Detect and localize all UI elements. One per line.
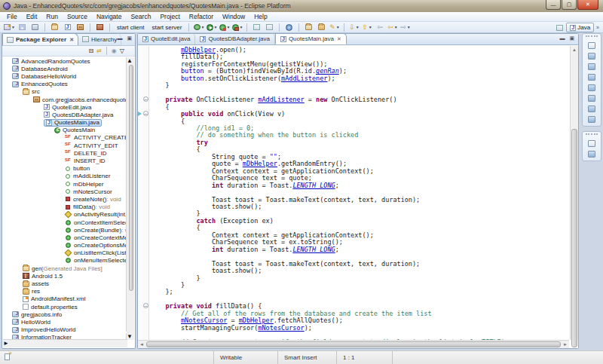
dropdown-arrow-icon[interactable]: ▼ <box>369 25 372 29</box>
dropdown-arrow-icon[interactable]: ▼ <box>336 25 340 29</box>
focus-icon[interactable]: ◉ <box>112 47 117 54</box>
java-editor[interactable]: ––– mDbHelper.open(); fillData(); regist… <box>138 46 578 348</box>
tree-item-oncreateoptionsmenu-me[interactable]: onCreateOptionsMenu(Me <box>3 242 127 249</box>
scroll-up-arrow[interactable]: ▲ <box>571 46 578 54</box>
tree-item-quoteedit-java[interactable]: QuoteEdit.java <box>3 103 127 111</box>
dropdown-arrow-icon[interactable]: ▼ <box>201 25 205 29</box>
tree-item-res[interactable]: res <box>3 288 127 295</box>
tree-item-src[interactable]: src <box>3 88 127 96</box>
palette-view-icon[interactable] <box>586 104 597 113</box>
tree-item-gen[interactable]: gen [Generated Java Files] <box>3 265 127 272</box>
dropdown-arrow-icon[interactable]: ▼ <box>240 25 243 29</box>
tree-horizontal-scrollbar[interactable]: ◄ ► <box>3 340 127 347</box>
perspective-overflow-chevron[interactable]: » <box>596 25 599 30</box>
table-view-icon[interactable] <box>586 83 597 92</box>
open-folder-button[interactable] <box>49 23 60 32</box>
menu-refactor[interactable]: Refactor <box>185 12 218 21</box>
console-view-icon[interactable] <box>586 93 597 102</box>
previous-annotation-button[interactable]: ⇧▼ <box>361 23 372 32</box>
tree-item-default-properties[interactable]: default.properties <box>3 303 127 310</box>
tree-item-oncreate-bundle[interactable]: onCreate(Bundle) : void <box>3 226 127 234</box>
run-history-button[interactable]: ▼ <box>219 23 230 32</box>
editor-tab-quoteedit-java[interactable]: QuoteEdit.java <box>138 33 195 44</box>
tree-item-delete-id[interactable]: DELETE_ID <box>3 149 127 157</box>
close-tab-icon[interactable]: ✕ <box>69 37 74 43</box>
editor-tab-quotesdbadapter-java[interactable]: QuotesDBAdapter.java <box>195 33 274 44</box>
tree-item-android-1-5[interactable]: Android 1.5 <box>3 272 127 280</box>
fold-collapse-icon[interactable]: – <box>143 96 148 102</box>
tree-item-quotesmain-java[interactable]: QuotesMain.java <box>3 119 127 127</box>
menu-search[interactable]: Search <box>126 12 155 21</box>
tree-item-maddlistener[interactable]: mAddListener <box>3 173 127 180</box>
dropdown-arrow-icon[interactable]: ▼ <box>356 25 360 29</box>
dropdown-arrow-icon[interactable]: ▼ <box>214 25 218 29</box>
scroll-thumb[interactable] <box>571 129 577 347</box>
tree-item-activity-create[interactable]: ACTIVITY_CREATE <box>3 134 127 142</box>
tree-item-gregjacobs-info[interactable]: gregjacobs.info <box>3 310 127 318</box>
scroll-right-arrow[interactable]: ► <box>562 341 569 348</box>
view-tab-package-explorer[interactable]: Package Explorer✕ <box>2 33 78 45</box>
web-browser-view-icon[interactable] <box>586 62 597 71</box>
fold-collapse-icon[interactable]: – <box>143 303 148 308</box>
editor-minmax-buttons[interactable]: ▬ ▣ <box>559 35 576 41</box>
restore-view-icon[interactable] <box>586 41 597 50</box>
external-tools-button[interactable]: ▼ <box>231 23 243 32</box>
new-content-trim-icon[interactable] <box>5 353 10 362</box>
next-annotation-button[interactable]: ⇩▼ <box>348 23 360 32</box>
back-button[interactable]: ⇦▼ <box>387 23 398 32</box>
scroll-thumb[interactable] <box>129 65 133 291</box>
problems-view-icon[interactable] <box>586 149 597 158</box>
image-view-icon[interactable] <box>586 115 597 124</box>
tree-item-button[interactable]: button <box>3 165 127 173</box>
tree-item-com-gregjacobs-enhancedquotes[interactable]: com.gregjacobs.enhancedquotes <box>3 96 127 103</box>
code-text[interactable]: mDbHelper.open(); fillData(); registerFo… <box>150 46 565 340</box>
dropdown-arrow-icon[interactable]: ▼ <box>394 25 398 29</box>
fold-collapse-icon[interactable]: – <box>143 111 148 116</box>
menu-file[interactable]: File <box>2 12 22 21</box>
scroll-right-arrow[interactable]: ► <box>3 339 127 347</box>
save-button[interactable] <box>17 23 28 32</box>
editor-tab-quotesmain-java[interactable]: QuotesMain.java✕ <box>275 33 347 44</box>
java-package-button[interactable] <box>75 23 86 32</box>
launch-button[interactable]: ✎▼ <box>329 23 340 32</box>
view-menu-icon[interactable]: ▽ <box>120 47 124 54</box>
editor-vertical-scrollbar[interactable]: ▲ <box>570 46 578 340</box>
new-java-project-button[interactable] <box>251 23 262 32</box>
task-list-view-icon[interactable] <box>586 51 597 60</box>
close-tab-icon[interactable]: ✕ <box>337 36 341 42</box>
tree-item-activity-edit[interactable]: ACTIVITY_EDIT <box>3 142 127 149</box>
tree-item-oncreatecontextmenu-con[interactable]: onCreateContextMenu(Con <box>3 234 127 241</box>
menu-run[interactable]: Run <box>41 12 63 21</box>
start-server-button-button[interactable]: start server <box>148 23 185 32</box>
java-applet-button[interactable] <box>62 23 73 32</box>
start-client-button-button[interactable]: start client <box>114 23 147 32</box>
tree-item-advancedrandomquotes[interactable]: AdvancedRandomQuotes <box>3 57 127 65</box>
tree-item-mdbhelper[interactable]: mDbHelper <box>3 180 127 188</box>
link-with-editor-icon[interactable]: ⇄ <box>96 47 102 54</box>
tree-item-improvedhelloworld[interactable]: ImprovedHelloWorld <box>3 326 127 334</box>
tree-item-quotesmain[interactable]: QuotesMain <box>3 127 127 134</box>
maximize-button[interactable]: ▢ <box>562 0 577 10</box>
open-resource-folder-button[interactable] <box>303 23 314 32</box>
tree-item-mnotescursor[interactable]: mNotesCursor <box>3 188 127 195</box>
tree-item-onmenuitemselected-int-m[interactable]: onMenuItemSelected(int, M <box>3 257 127 265</box>
tree-item-filldata[interactable]: fillData() : void <box>3 203 127 211</box>
scroll-left-arrow[interactable]: ◄ <box>138 341 145 348</box>
closed-folder-button[interactable] <box>316 23 327 32</box>
dropdown-arrow-icon[interactable]: ▼ <box>11 25 15 29</box>
open-web-browser-button[interactable] <box>283 23 295 32</box>
tree-item-assets[interactable]: assets <box>3 280 127 287</box>
folding-ruler[interactable]: ––– <box>142 46 149 340</box>
tree-item-enhancedquotes[interactable]: EnhancedQuotes <box>3 81 127 88</box>
java-perspective-button[interactable]: Java <box>566 23 594 32</box>
menu-help[interactable]: Help <box>249 12 271 21</box>
menu-source[interactable]: Source <box>63 12 92 21</box>
file-edit-view-icon[interactable] <box>586 72 597 81</box>
view-tab-hierarchy[interactable]: Hierarchy <box>78 33 121 45</box>
tree-item-helloworld[interactable]: HelloWorld <box>3 318 127 326</box>
run-button[interactable]: ▼ <box>206 23 217 32</box>
dropdown-arrow-icon[interactable]: ▼ <box>227 25 231 29</box>
tree-item-databasehelloworld[interactable]: DatabaseHelloWorld <box>3 72 127 80</box>
menu-project[interactable]: Project <box>155 12 184 21</box>
tree-item-oncontextitemselected-me[interactable]: onContextItemSelected(Me <box>3 219 127 226</box>
